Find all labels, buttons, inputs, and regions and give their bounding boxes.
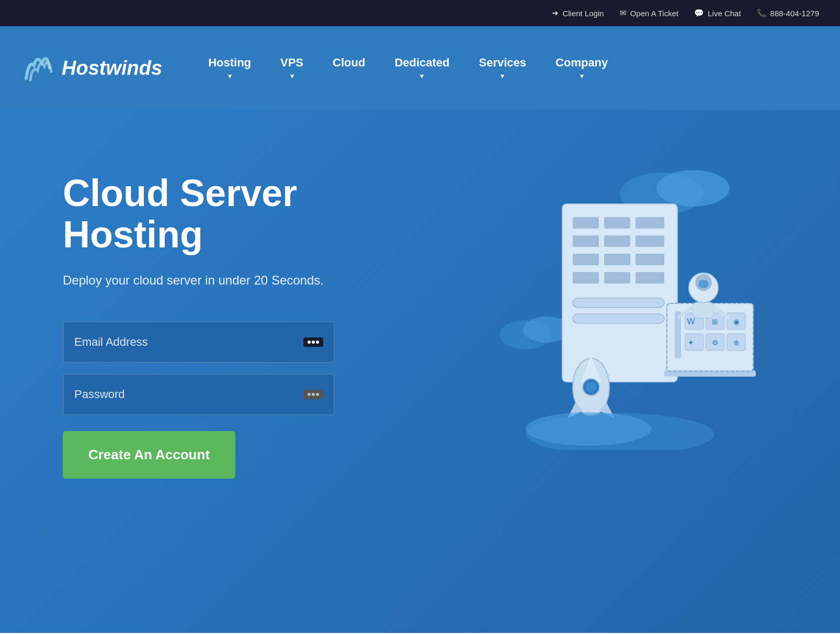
ticket-icon: ✉	[620, 8, 627, 18]
client-login-link[interactable]: ➜ Client Login	[552, 8, 604, 18]
nav-services-label: Services	[479, 56, 527, 70]
svg-rect-4	[562, 204, 677, 382]
logo[interactable]: Hostwinds	[21, 50, 162, 86]
hero-title: Cloud Server Hosting	[63, 173, 420, 255]
password-input[interactable]	[74, 388, 303, 401]
svg-rect-7	[635, 217, 664, 229]
svg-rect-10	[635, 235, 664, 247]
svg-text:W: W	[687, 317, 695, 326]
nav-services-chevron: ▾	[501, 72, 504, 80]
svg-rect-8	[573, 235, 599, 247]
hero-title-line2: Hosting	[63, 213, 203, 255]
signup-form: Create An Account	[63, 321, 335, 479]
hero-section: Cloud Server Hosting Deploy your cloud s…	[0, 110, 840, 633]
email-icon	[303, 337, 323, 347]
nav-item-company[interactable]: Company ▾	[541, 56, 622, 80]
svg-rect-17	[573, 298, 664, 308]
phone-number: 888-404-1279	[770, 9, 819, 18]
nav-hosting-label: Hosting	[208, 56, 251, 70]
phone-icon: 📞	[757, 8, 767, 18]
svg-rect-14	[573, 272, 599, 284]
email-input-wrapper	[63, 321, 335, 363]
phone-link[interactable]: 📞 888-404-1279	[757, 8, 819, 18]
nav-item-services[interactable]: Services ▾	[464, 56, 541, 80]
svg-rect-18	[573, 314, 664, 323]
open-ticket-label: Open A Ticket	[630, 9, 679, 18]
password-icon	[303, 390, 323, 399]
nav-cloud-label: Cloud	[333, 56, 365, 70]
login-icon: ➜	[552, 8, 559, 18]
email-input[interactable]	[74, 335, 303, 349]
svg-rect-12	[604, 254, 630, 265]
logo-text: Hostwinds	[62, 57, 162, 80]
svg-rect-9	[604, 235, 630, 247]
svg-rect-11	[573, 254, 599, 265]
hero-title-line1: Cloud Server	[63, 172, 297, 214]
svg-rect-16	[635, 272, 664, 284]
nav-dedicated-label: Dedicated	[394, 56, 449, 70]
svg-point-1	[656, 170, 730, 207]
nav-company-label: Company	[555, 56, 608, 70]
server-illustration: W ⊞ ◉ ✦ ⚙ ⊕	[442, 162, 756, 450]
svg-text:⚙: ⚙	[711, 338, 718, 347]
svg-point-45	[698, 280, 709, 288]
nav-vps-label: VPS	[280, 56, 303, 70]
create-account-button[interactable]: Create An Account	[63, 431, 235, 479]
nav-company-chevron: ▾	[580, 72, 584, 80]
svg-point-24	[586, 382, 596, 392]
svg-point-26	[526, 412, 651, 446]
live-chat-link[interactable]: 💬 Live Chat	[694, 8, 741, 18]
hero-illustration: W ⊞ ◉ ✦ ⚙ ⊕	[420, 152, 777, 450]
svg-rect-13	[635, 254, 664, 265]
svg-rect-5	[573, 217, 599, 229]
nav-hosting-chevron: ▾	[228, 72, 232, 80]
nav-item-dedicated[interactable]: Dedicated ▾	[380, 56, 464, 80]
chat-icon: 💬	[694, 8, 704, 18]
password-input-wrapper	[63, 373, 335, 415]
top-bar: ➜ Client Login ✉ Open A Ticket 💬 Live Ch…	[0, 0, 840, 26]
open-ticket-link[interactable]: ✉ Open A Ticket	[620, 8, 679, 18]
svg-rect-6	[604, 217, 630, 229]
svg-text:✦: ✦	[688, 338, 694, 347]
svg-text:◉: ◉	[733, 318, 740, 326]
client-login-label: Client Login	[562, 9, 604, 18]
svg-rect-46	[693, 302, 714, 318]
hero-subtitle: Deploy your cloud server in under 20 Sec…	[63, 271, 420, 290]
nav-item-cloud[interactable]: Cloud ▾	[318, 56, 380, 80]
nav-dedicated-chevron: ▾	[420, 72, 424, 80]
nav-item-hosting[interactable]: Hosting ▾	[194, 56, 266, 80]
svg-text:⊕: ⊕	[733, 338, 740, 347]
live-chat-label: Live Chat	[708, 9, 741, 18]
logo-icon	[21, 50, 58, 86]
hero-content: Cloud Server Hosting Deploy your cloud s…	[63, 152, 420, 479]
nav-item-vps[interactable]: VPS ▾	[266, 56, 318, 80]
svg-text:⊞: ⊞	[712, 318, 718, 326]
svg-rect-15	[604, 272, 630, 284]
nav-links: Hosting ▾ VPS ▾ Cloud ▾ Dedicated ▾ Serv…	[194, 56, 819, 80]
nav-vps-chevron: ▾	[290, 72, 294, 80]
navbar: Hostwinds Hosting ▾ VPS ▾ Cloud ▾ Dedica…	[0, 26, 840, 110]
